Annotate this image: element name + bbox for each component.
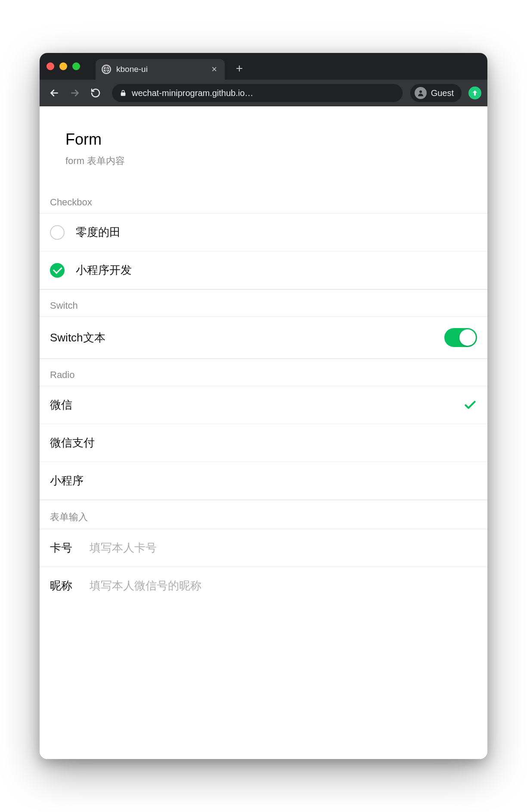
radio-label: 微信 [50, 397, 72, 412]
input-row-nickname: 昵称 [40, 567, 487, 604]
browser-toolbar: wechat-miniprogram.github.io… Guest [40, 80, 487, 106]
page-title: Form [65, 130, 462, 149]
radio-item[interactable]: 微信 [40, 386, 487, 424]
forward-button[interactable] [66, 84, 84, 102]
page-subtitle: form 表单内容 [65, 155, 462, 167]
nickname-input[interactable] [90, 579, 477, 592]
page-header: Form form 表单内容 [40, 106, 487, 186]
card-number-input[interactable] [90, 541, 477, 555]
person-icon [415, 87, 427, 99]
checkbox-icon [50, 225, 65, 240]
radio-group-title: Radio [40, 359, 487, 386]
switch-toggle[interactable] [444, 328, 477, 347]
checkbox-item[interactable]: 小程序开发 [40, 251, 487, 289]
close-tab-button[interactable]: × [210, 64, 219, 75]
back-button[interactable] [46, 84, 63, 102]
checkbox-label: 小程序开发 [76, 263, 132, 278]
svg-point-1 [419, 90, 422, 93]
checkbox-checked-icon [50, 263, 65, 278]
input-label: 卡号 [50, 540, 81, 555]
check-icon [463, 398, 477, 412]
close-window-button[interactable] [46, 62, 54, 70]
tab-title: kbone-ui [116, 65, 205, 74]
globe-icon [102, 65, 111, 74]
profile-label: Guest [431, 88, 454, 98]
input-group-title: 表单输入 [40, 500, 487, 529]
extension-badge[interactable] [468, 87, 481, 99]
checkbox-label: 零度的田 [76, 225, 121, 240]
radio-item[interactable]: 小程序 [40, 462, 487, 500]
checkbox-group-title: Checkbox [40, 186, 487, 214]
input-label: 昵称 [50, 578, 81, 593]
checkbox-item[interactable]: 零度的田 [40, 214, 487, 251]
profile-chip[interactable]: Guest [410, 84, 462, 102]
radio-item[interactable]: 微信支付 [40, 424, 487, 462]
switch-group-title: Switch [40, 290, 487, 317]
new-tab-button[interactable]: + [232, 61, 247, 76]
url-text: wechat-miniprogram.github.io… [132, 88, 253, 98]
minimize-window-button[interactable] [59, 62, 67, 70]
input-row-card: 卡号 [40, 529, 487, 567]
tab-bar: kbone-ui × + [40, 53, 487, 80]
switch-item[interactable]: Switch文本 [40, 317, 487, 359]
page-content: Form form 表单内容 Checkbox 零度的田 小程序开发 Switc… [40, 106, 487, 759]
address-bar[interactable]: wechat-miniprogram.github.io… [112, 84, 403, 102]
maximize-window-button[interactable] [72, 62, 80, 70]
radio-label: 微信支付 [50, 435, 95, 450]
lock-icon [120, 89, 127, 97]
reload-button[interactable] [87, 84, 104, 102]
browser-window: kbone-ui × + wechat-miniprogram.github.i… [40, 53, 487, 759]
browser-tab[interactable]: kbone-ui × [96, 59, 225, 80]
switch-label: Switch文本 [50, 330, 105, 345]
radio-label: 小程序 [50, 473, 84, 488]
window-controls [46, 62, 80, 70]
